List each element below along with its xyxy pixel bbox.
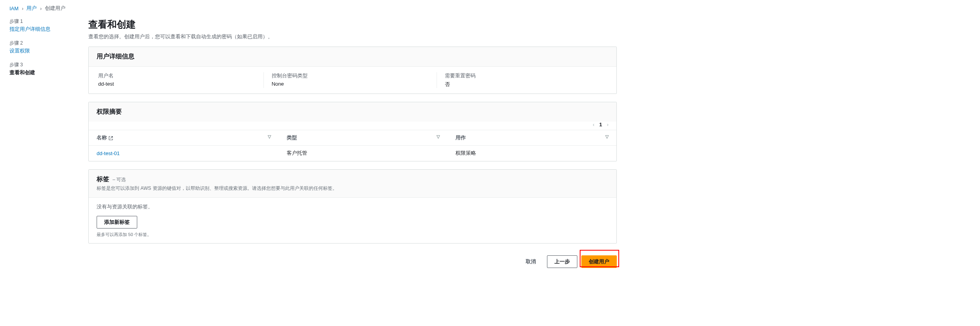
wizard-steps: 步骤 1 指定用户详细信息 步骤 2 设置权限 步骤 3 查看和创建 [9,18,73,272]
policy-type: 客户托管 [279,146,448,161]
breadcrumb: IAM › 用户 › 创建用户 [0,0,980,12]
page-description: 查看您的选择。创建用户后，您可以查看和下载自动生成的密码（如果已启用）。 [88,33,617,40]
user-details-panel: 用户详细信息 用户名 dd-test 控制台密码类型 None 需要重置密码 否 [88,47,617,94]
username-label: 用户名 [98,72,260,79]
panel-title: 标签 – 可选 [97,175,609,184]
panel-title: 权限摘要 [97,108,609,116]
step-label: 步骤 2 [9,40,73,47]
step-2[interactable]: 步骤 2 设置权限 [9,40,73,54]
page-title: 查看和创建 [88,18,617,31]
chevron-right-icon: › [22,6,23,11]
chevron-right-icon: › [40,6,41,11]
username-value: dd-test [98,81,260,87]
permissions-panel: 权限摘要 ‹ 1 › 名称 ▽ 类型 [88,102,617,161]
permissions-table: 名称 ▽ 类型 ▽ 用作 ▽ [89,130,616,161]
step-title: 查看和创建 [9,69,73,76]
main-content: 查看和创建 查看您的选择。创建用户后，您可以查看和下载自动生成的密码（如果已启用… [88,18,617,272]
sort-icon: ▽ [605,134,609,139]
breadcrumb-current: 创建用户 [45,5,65,12]
tags-panel: 标签 – 可选 标签是您可以添加到 AWS 资源的键值对，以帮助识别、整理或搜索… [88,169,617,244]
password-type-label: 控制台密码类型 [272,72,434,79]
column-used-as[interactable]: 用作 ▽ [448,130,616,146]
step-label: 步骤 1 [9,18,73,25]
reset-password-label: 需要重置密码 [445,72,607,79]
tags-description: 标签是您可以添加到 AWS 资源的键值对，以帮助识别、整理或搜索资源。请选择您想… [97,185,609,192]
prev-page-icon[interactable]: ‹ [593,122,594,127]
external-link-icon [108,136,113,141]
step-title: 指定用户详细信息 [9,26,73,33]
step-3: 步骤 3 查看和创建 [9,62,73,76]
tags-empty-text: 没有与资源关联的标签。 [97,203,609,210]
pagination: ‹ 1 › [89,122,616,130]
create-user-button[interactable]: 创建用户 [581,255,617,268]
breadcrumb-iam[interactable]: IAM [9,6,19,11]
step-label: 步骤 3 [9,62,73,68]
previous-button[interactable]: 上一步 [547,255,577,268]
sort-icon: ▽ [268,134,271,139]
add-tag-button[interactable]: 添加新标签 [97,216,137,229]
breadcrumb-users[interactable]: 用户 [26,5,37,12]
password-type-value: None [272,81,434,87]
footer-actions: 取消 上一步 创建用户 [88,251,617,272]
next-page-icon[interactable]: › [607,122,609,127]
table-row: dd-test-01 客户托管 权限策略 [89,146,616,161]
policy-used-as: 权限策略 [448,146,616,161]
cancel-button[interactable]: 取消 [519,255,543,268]
step-1[interactable]: 步骤 1 指定用户详细信息 [9,18,73,33]
tags-hint: 最多可以再添加 50 个标签。 [97,232,609,238]
column-name[interactable]: 名称 ▽ [89,130,279,146]
reset-password-value: 否 [445,81,607,88]
step-title: 设置权限 [9,47,73,54]
policy-name-link[interactable]: dd-test-01 [97,150,120,156]
optional-label: – 可选 [112,177,126,182]
sort-icon: ▽ [437,134,440,139]
panel-title: 用户详细信息 [97,52,609,61]
page-number: 1 [599,122,602,127]
column-type[interactable]: 类型 ▽ [279,130,448,146]
